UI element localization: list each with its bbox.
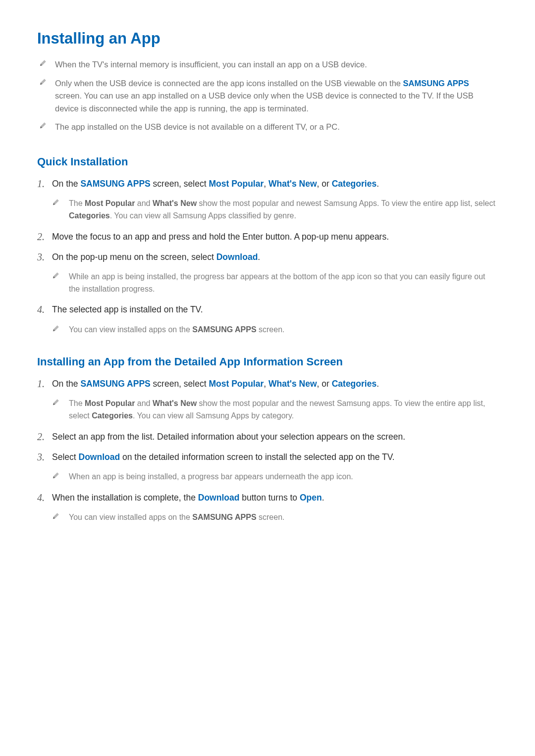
section: Quick Installation1.On the SAMSUNG APPS … [37,155,498,336]
sections-container: Quick Installation1.On the SAMSUNG APPS … [37,155,498,524]
sub-note-row: When an app is being installed, a progre… [52,471,498,483]
text-span: The [69,399,85,407]
pencil-icon [52,399,61,406]
sub-note-row: You can view installed apps on the SAMSU… [52,511,498,524]
step-body: Select an app from the list. Detailed in… [52,430,498,444]
highlighted-term: SAMSUNG APPS [192,325,256,334]
step-body: On the pop-up menu on the screen, select… [52,251,498,264]
step-number: 3. [37,451,52,463]
highlighted-term: SAMSUNG APPS [403,79,469,88]
text-span: On the pop-up menu on the screen, select [52,252,216,262]
text-span: show the most popular and newest Samsung… [197,199,495,207]
highlighted-term: What's New [153,399,197,407]
step-body: On the SAMSUNG APPS screen, select Most … [52,177,498,191]
step-number: 2. [37,430,52,443]
text-span: . [322,493,324,503]
text-span: button turns to [239,493,300,503]
pencil-icon [39,122,48,129]
text-span: When the TV's internal memory is insuffi… [55,60,367,69]
highlighted-term: Most Popular [209,179,264,189]
pencil-icon [52,512,61,520]
step-number: 2. [37,230,52,243]
text-span: on the detailed information screen to in… [120,452,395,462]
text-span: , or [317,379,332,389]
highlighted-term: Download [216,252,258,262]
sub-note-text: You can view installed apps on the SAMSU… [69,324,284,336]
section: Installing an App from the Detailed App … [37,355,498,524]
text-span: screen. [257,513,285,521]
step-number: 1. [37,377,52,390]
text-span: The app installed on the USB device is n… [55,122,340,131]
text-span: Move the focus to an app and press and h… [52,232,389,242]
step-row: 4.The selected app is installed on the T… [37,303,498,316]
highlighted-term: SAMSUNG APPS [80,379,150,389]
sub-note-text: The Most Popular and What's New show the… [69,398,498,422]
text-span: You can view installed apps on the [69,325,192,334]
step-row: 1.On the SAMSUNG APPS screen, select Mos… [37,177,498,191]
note-row: The app installed on the USB device is n… [37,121,498,134]
text-span: , or [317,179,332,189]
text-span: Select an app from the list. Detailed in… [52,432,405,442]
pencil-icon [52,272,61,279]
text-span: . You can view all Samsung Apps by categ… [133,411,294,420]
text-span: screen. You can use an app installed on … [55,91,474,113]
sub-note-row: While an app is being installed, the pro… [52,271,498,296]
step-row: 1.On the SAMSUNG APPS screen, select Mos… [37,377,498,391]
step-body: Select Download on the detailed informat… [52,451,498,464]
step-body: The selected app is installed on the TV. [52,303,498,316]
step-row: 2.Move the focus to an app and press and… [37,230,498,244]
text-span: When the installation is complete, the [52,493,198,503]
text-span: While an app is being installed, the pro… [69,272,485,293]
text-span: When an app is being installed, a progre… [69,472,353,481]
text-span: The selected app is installed on the TV. [52,304,203,314]
text-span: , [264,179,268,189]
highlighted-term: What's New [153,199,197,207]
text-span: and [135,399,153,407]
text-span: . [376,179,379,189]
step-row: 3.On the pop-up menu on the screen, sele… [37,251,498,264]
page-title: Installing an App [37,30,498,48]
text-span: . You can view all Samsung Apps classifi… [110,211,296,220]
text-span: The [69,199,85,207]
section-title: Installing an App from the Detailed App … [37,355,498,368]
text-span: Select [52,452,79,462]
highlighted-term: Categories [92,411,133,420]
highlighted-term: Download [198,493,240,503]
highlighted-term: What's New [268,179,317,189]
highlighted-term: SAMSUNG APPS [192,513,256,521]
step-body: Move the focus to an app and press and h… [52,230,498,244]
text-span: . [258,252,260,262]
highlighted-term: Categories [332,179,376,189]
pencil-icon [52,199,61,206]
pencil-icon [39,59,48,67]
step-row: 2.Select an app from the list. Detailed … [37,430,498,444]
highlighted-term: SAMSUNG APPS [80,179,150,189]
note-row: Only when the USB device is connected ar… [37,77,498,115]
text-span: You can view installed apps on the [69,513,192,521]
highlighted-term: Categories [69,211,110,220]
sub-note-row: You can view installed apps on the SAMSU… [52,324,498,336]
highlighted-term: Most Popular [85,199,135,207]
pencil-icon [52,325,61,332]
pencil-icon [52,472,61,479]
step-number: 4. [37,491,52,504]
section-title: Quick Installation [37,155,498,168]
top-notes-container: When the TV's internal memory is insuffi… [37,58,498,134]
text-span: Only when the USB device is connected ar… [55,79,403,88]
highlighted-term: Most Popular [85,399,135,407]
step-number: 3. [37,251,52,263]
sub-note-text: While an app is being installed, the pro… [69,271,498,296]
note-text: When the TV's internal memory is insuffi… [55,58,367,71]
text-span: screen. [257,325,285,334]
text-span: On the [52,379,80,389]
sub-note-row: The Most Popular and What's New show the… [52,398,498,422]
sub-note-row: The Most Popular and What's New show the… [52,198,498,222]
step-body: On the SAMSUNG APPS screen, select Most … [52,377,498,391]
step-row: 3.Select Download on the detailed inform… [37,451,498,464]
highlighted-term: Open [300,493,322,503]
text-span: , [264,379,268,389]
text-span: On the [52,179,80,189]
note-row: When the TV's internal memory is insuffi… [37,58,498,71]
highlighted-term: Most Popular [209,379,264,389]
note-text: Only when the USB device is connected ar… [55,77,498,115]
